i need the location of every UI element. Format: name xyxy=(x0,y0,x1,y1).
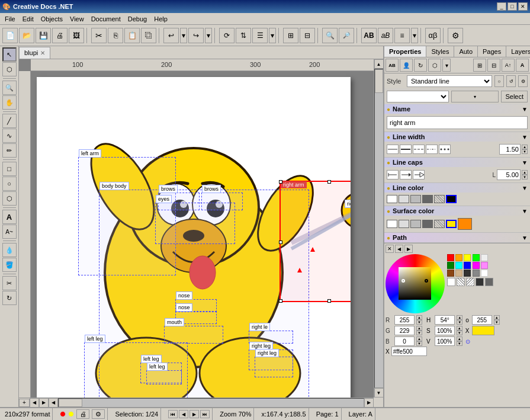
palette-tan[interactable] xyxy=(455,270,462,277)
node-edit-tool[interactable]: ⬡ xyxy=(2,62,17,76)
character-illustration[interactable]: left arm body body brows brows xyxy=(37,77,351,397)
scroll-track-h[interactable] xyxy=(58,398,364,408)
tab-auto[interactable]: Auto xyxy=(454,46,478,57)
hatch-5[interactable] xyxy=(485,278,493,286)
menu-document[interactable]: Document xyxy=(88,14,124,24)
nav-last[interactable]: ⏭ xyxy=(200,410,210,418)
palette-white-p[interactable] xyxy=(481,270,488,277)
print-button[interactable]: 🖨 xyxy=(52,28,68,43)
scroll-track-v[interactable] xyxy=(374,69,384,388)
cap-3[interactable] xyxy=(413,170,425,179)
clone-button[interactable]: ⿻ xyxy=(141,28,156,43)
surfacecolor-expand[interactable]: ▼ xyxy=(522,208,528,214)
style-reset-btn[interactable]: ↺ xyxy=(506,75,516,87)
sc-dots[interactable] xyxy=(434,220,445,228)
polygon-tool[interactable]: ⬡ xyxy=(2,191,17,206)
ellipse-tool[interactable]: ○ xyxy=(2,177,17,191)
color-nav-left[interactable]: ◀ xyxy=(395,245,403,253)
tab-layers[interactable]: Layers xyxy=(506,46,530,57)
r-up[interactable]: ▲ xyxy=(416,315,422,320)
v-down[interactable]: ▼ xyxy=(457,341,462,346)
zoom-out-button[interactable]: 🔎 xyxy=(339,28,354,43)
surfacecolor-header[interactable]: ● Surface color ▼ xyxy=(384,206,530,216)
text-align-dropdown[interactable]: ▾ xyxy=(411,28,418,43)
sc-lgray[interactable] xyxy=(399,220,409,228)
redo-dropdown[interactable]: ▾ xyxy=(205,28,212,43)
text-path-tool[interactable]: A~ xyxy=(2,225,17,239)
select-tool[interactable]: ↖ xyxy=(2,47,17,62)
palette-red[interactable] xyxy=(447,254,454,261)
palette-green[interactable] xyxy=(447,262,454,269)
lc-dots[interactable] xyxy=(434,195,445,203)
undo-dropdown[interactable]: ▾ xyxy=(180,28,187,43)
open-button[interactable]: 📂 xyxy=(19,28,34,43)
palette-yellow[interactable] xyxy=(464,254,471,261)
tab-close-button[interactable]: ✕ xyxy=(40,50,45,56)
path-expand[interactable]: ▼ xyxy=(522,235,528,241)
save-button[interactable]: 💾 xyxy=(36,28,51,43)
o-down[interactable]: ▼ xyxy=(494,320,500,325)
name-input[interactable] xyxy=(387,116,528,129)
prop-btn-1[interactable]: AB xyxy=(386,59,399,72)
o-up[interactable]: ▲ xyxy=(494,315,500,320)
menu-objects[interactable]: Objects xyxy=(37,14,66,24)
sc-gray[interactable] xyxy=(410,220,421,228)
linewidth-expand[interactable]: ▼ xyxy=(522,134,528,140)
add-page-button[interactable]: + xyxy=(19,399,30,407)
paste-button[interactable]: 📋 xyxy=(124,28,140,43)
b-down[interactable]: ▼ xyxy=(416,341,422,346)
prop-btn-7[interactable]: A↑ xyxy=(502,59,515,72)
status-icon-1[interactable]: 🖨 xyxy=(76,409,89,419)
lc-gray[interactable] xyxy=(410,195,421,203)
hatch-4[interactable] xyxy=(476,278,484,286)
linecolor-expand[interactable]: ▼ xyxy=(522,185,528,191)
scroll-page-next[interactable]: ▶ xyxy=(39,398,49,408)
lw-swatch-4[interactable] xyxy=(426,145,438,154)
prop-btn-6[interactable]: ⊟ xyxy=(487,59,500,72)
linewidth-down[interactable]: ▼ xyxy=(522,149,528,154)
s-down[interactable]: ▼ xyxy=(457,331,462,335)
redo-button[interactable]: ↪ xyxy=(188,28,204,43)
scroll-up-button[interactable]: ▲ xyxy=(374,59,384,69)
color-picker-close[interactable]: ✕ xyxy=(386,245,394,253)
o-input[interactable] xyxy=(472,315,492,325)
name-section-header[interactable]: ● Name ▼ xyxy=(384,104,530,114)
g-down[interactable]: ▼ xyxy=(416,331,422,335)
g-input[interactable] xyxy=(394,326,415,335)
style-select[interactable]: Standard line xyxy=(407,75,492,87)
hex-input[interactable] xyxy=(391,347,427,356)
align-button[interactable]: ☰ xyxy=(252,28,268,43)
caps-input[interactable] xyxy=(497,169,521,180)
palette-gray2[interactable] xyxy=(473,270,480,277)
close-button[interactable]: ✕ xyxy=(518,2,528,11)
prop-btn-4[interactable]: ⬡ xyxy=(428,59,441,72)
arrange-button[interactable]: ⇅ xyxy=(236,28,251,43)
cap-1[interactable] xyxy=(387,170,399,179)
text-tool[interactable]: A xyxy=(2,210,17,224)
color-nav-right[interactable]: ▶ xyxy=(404,245,413,253)
lw-swatch-2[interactable] xyxy=(400,145,412,154)
palette-dark[interactable] xyxy=(464,270,471,277)
lw-swatch-1[interactable] xyxy=(387,145,399,154)
lc-dgray[interactable] xyxy=(422,195,433,203)
scroll-thumb-v[interactable] xyxy=(375,69,383,93)
sc-dgray[interactable] xyxy=(422,220,433,228)
linewidth-up[interactable]: ▲ xyxy=(522,145,528,149)
palette-blue[interactable] xyxy=(464,262,471,269)
lw-swatch-3[interactable] xyxy=(413,145,425,154)
nav-prev[interactable]: ◀ xyxy=(179,410,188,418)
zoom-in-button[interactable]: 🔍 xyxy=(322,28,338,43)
hatch-2[interactable] xyxy=(457,278,465,286)
sc-orange[interactable] xyxy=(458,218,472,230)
linecaps-header[interactable]: ● Line caps ▼ xyxy=(384,158,530,167)
transform-button[interactable]: ⟳ xyxy=(219,28,235,43)
properties-button[interactable]: ⚙ xyxy=(448,28,463,43)
sc-yellow[interactable] xyxy=(446,220,457,228)
nav-first[interactable]: ⏮ xyxy=(168,410,178,418)
menu-help[interactable]: Help xyxy=(150,14,171,24)
rect-tool[interactable]: □ xyxy=(2,162,17,176)
h-up[interactable]: ▲ xyxy=(457,315,462,320)
style-select2[interactable] xyxy=(387,91,449,102)
menu-file[interactable]: File xyxy=(1,14,19,24)
text-bold-button[interactable]: AB xyxy=(361,28,377,43)
